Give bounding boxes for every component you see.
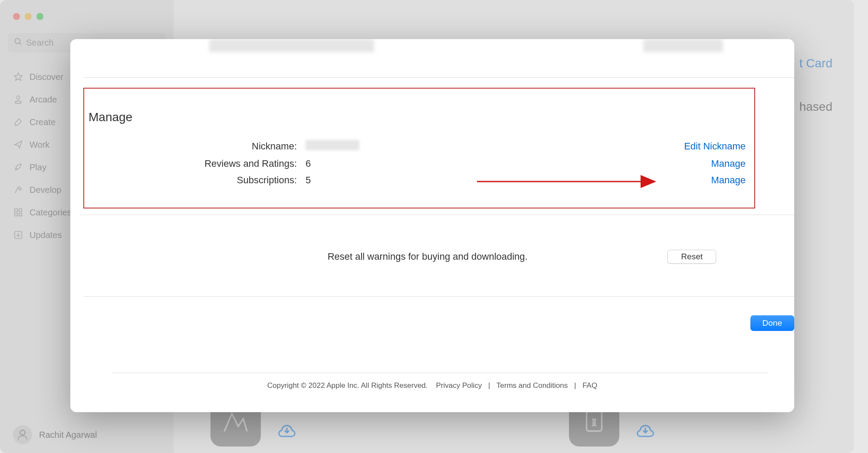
privacy-policy-link[interactable]: Privacy Policy xyxy=(436,381,482,390)
edit-nickname-link[interactable]: Edit Nickname xyxy=(684,141,746,152)
copyright-text: Copyright © 2022 Apple Inc. All Rights R… xyxy=(267,381,428,390)
nickname-value xyxy=(306,140,684,153)
faq-link[interactable]: FAQ xyxy=(582,381,597,390)
redacted-block xyxy=(209,39,374,52)
redacted-block xyxy=(306,140,359,150)
reviews-label: Reviews and Ratings: xyxy=(84,158,306,169)
nickname-row: Nickname: Edit Nickname xyxy=(84,137,746,155)
nickname-label: Nickname: xyxy=(84,141,306,152)
modal-footer: Copyright © 2022 Apple Inc. All Rights R… xyxy=(70,381,794,390)
reset-section: Reset all warnings for buying and downlo… xyxy=(83,250,781,264)
manage-section-highlight: Manage Nickname: Edit Nickname Reviews a… xyxy=(83,88,755,208)
reviews-row: Reviews and Ratings: 6 Manage xyxy=(84,155,746,172)
subscriptions-value: 5 xyxy=(306,175,711,186)
divider xyxy=(83,215,794,215)
divider xyxy=(112,373,768,373)
manage-title: Manage xyxy=(89,110,132,124)
manage-reviews-link[interactable]: Manage xyxy=(711,158,746,169)
redacted-block xyxy=(643,39,723,52)
manage-subscriptions-link[interactable]: Manage xyxy=(711,175,746,186)
subscriptions-row: Subscriptions: 5 Manage xyxy=(84,172,746,188)
divider xyxy=(83,77,794,78)
subscriptions-label: Subscriptions: xyxy=(84,175,306,186)
account-settings-modal: Manage Nickname: Edit Nickname Reviews a… xyxy=(70,39,794,412)
reset-warnings-text: Reset all warnings for buying and downlo… xyxy=(83,251,667,262)
terms-link[interactable]: Terms and Conditions xyxy=(496,381,568,390)
reset-button[interactable]: Reset xyxy=(667,250,716,264)
done-button[interactable]: Done xyxy=(750,315,794,331)
reviews-value: 6 xyxy=(306,158,711,169)
divider xyxy=(83,296,794,297)
